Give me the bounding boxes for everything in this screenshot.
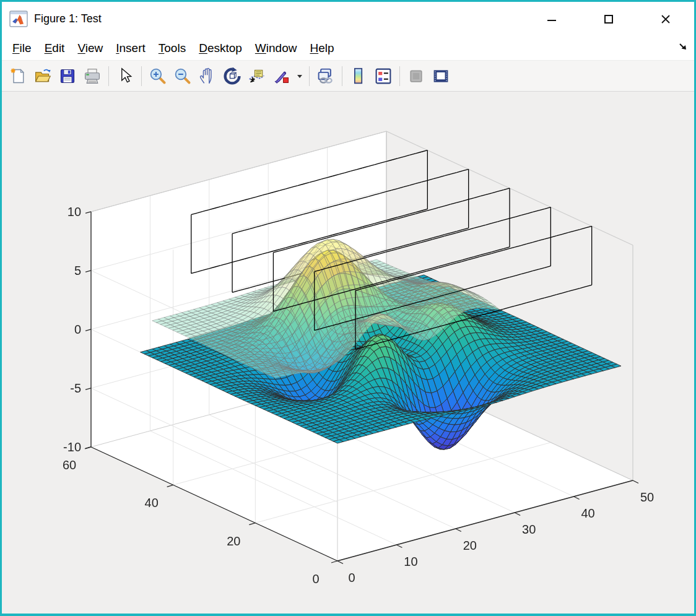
- matlab-icon: [9, 11, 28, 28]
- close-button[interactable]: [637, 2, 694, 36]
- data-cursor-button[interactable]: [245, 63, 269, 89]
- figure-window: Figure 1: Test FileEditViewInsertToolsDe…: [0, 0, 696, 616]
- toolbar-separator: [108, 66, 109, 86]
- window-controls: [523, 2, 694, 36]
- minimize-icon: [547, 20, 556, 21]
- menu-item-insert[interactable]: Insert: [114, 40, 147, 56]
- rotate-3d-button[interactable]: [220, 63, 245, 89]
- menu-item-view[interactable]: View: [76, 40, 105, 56]
- x-tick-label: 30: [522, 523, 536, 537]
- menu-item-file[interactable]: File: [11, 40, 33, 56]
- open-file-button[interactable]: [30, 63, 55, 89]
- window-title: Figure 1: Test: [34, 12, 102, 25]
- new-figure-icon: [9, 67, 27, 85]
- x-tick-label: 50: [640, 490, 654, 505]
- x-tick-label: 40: [581, 506, 594, 521]
- brush-dropdown-button[interactable]: [294, 63, 305, 89]
- z-tick-label: 10: [67, 204, 81, 219]
- y-tick-label: 20: [227, 534, 240, 548]
- brush-dropdown-icon: [296, 72, 303, 80]
- insert-colorbar-icon: [350, 67, 367, 85]
- link-plot-icon: [317, 67, 334, 85]
- menu-item-window[interactable]: Window: [253, 40, 299, 56]
- toolbar-separator: [309, 66, 310, 86]
- z-tick-label: 5: [74, 263, 81, 277]
- z-tick-label: -10: [63, 440, 81, 454]
- toolbar-separator: [141, 66, 142, 86]
- y-tick-label: 0: [312, 572, 319, 586]
- data-cursor-icon: [248, 67, 266, 85]
- z-tick-label: -5: [70, 381, 81, 395]
- pan-icon: [199, 67, 216, 85]
- new-figure-button[interactable]: [6, 63, 30, 89]
- maximize-icon: [604, 15, 613, 24]
- print-figure-icon: [84, 67, 101, 85]
- plot-area: 010203040500204060-10-50510: [2, 92, 694, 616]
- zoom-in-icon: [149, 67, 167, 85]
- show-plot-tools-icon: [432, 67, 450, 85]
- show-plot-tools-button[interactable]: [428, 63, 453, 89]
- rotate-3d-icon: [224, 67, 241, 85]
- menu-item-edit[interactable]: Edit: [43, 40, 67, 56]
- figure-toolbar: [2, 61, 694, 92]
- zoom-in-button[interactable]: [146, 63, 170, 89]
- toolbar-separator: [399, 66, 400, 86]
- title-bar[interactable]: Figure 1: Test: [2, 2, 694, 36]
- y-tick-label: 40: [145, 496, 159, 510]
- save-figure-icon: [59, 67, 76, 85]
- brush-data-button[interactable]: [269, 63, 294, 89]
- insert-legend-button[interactable]: [371, 63, 396, 89]
- y-tick-label: 60: [63, 458, 76, 472]
- open-file-icon: [34, 67, 51, 85]
- x-tick-label: 0: [348, 571, 355, 585]
- brush-data-icon: [273, 67, 290, 85]
- edit-plot-button[interactable]: [113, 63, 137, 89]
- zoom-out-button[interactable]: [170, 63, 195, 89]
- insert-legend-icon: [375, 67, 392, 85]
- toolbar-separator: [342, 66, 342, 86]
- menu-bar: FileEditViewInsertToolsDesktopWindowHelp: [2, 36, 694, 61]
- x-tick-label: 10: [404, 555, 417, 569]
- hide-plot-tools-button: [404, 63, 428, 89]
- menu-item-tools[interactable]: Tools: [157, 40, 188, 56]
- save-figure-button[interactable]: [55, 63, 80, 89]
- z-tick-label: 0: [74, 322, 81, 336]
- maximize-button[interactable]: [580, 2, 637, 36]
- hide-plot-tools-icon: [407, 67, 425, 85]
- x-tick-label: 20: [463, 539, 477, 553]
- dock-figure-icon[interactable]: [678, 41, 688, 51]
- edit-plot-icon: [116, 67, 134, 85]
- pan-button[interactable]: [195, 63, 220, 89]
- zoom-out-icon: [174, 67, 191, 85]
- menu-item-desktop[interactable]: Desktop: [197, 40, 244, 56]
- plot-canvas[interactable]: [2, 92, 694, 616]
- link-plot-button[interactable]: [313, 63, 338, 89]
- minimize-button[interactable]: [523, 2, 580, 36]
- print-figure-button[interactable]: [80, 63, 105, 89]
- close-icon: [661, 14, 671, 24]
- menu-item-help[interactable]: Help: [308, 40, 336, 56]
- insert-colorbar-button[interactable]: [346, 63, 371, 89]
